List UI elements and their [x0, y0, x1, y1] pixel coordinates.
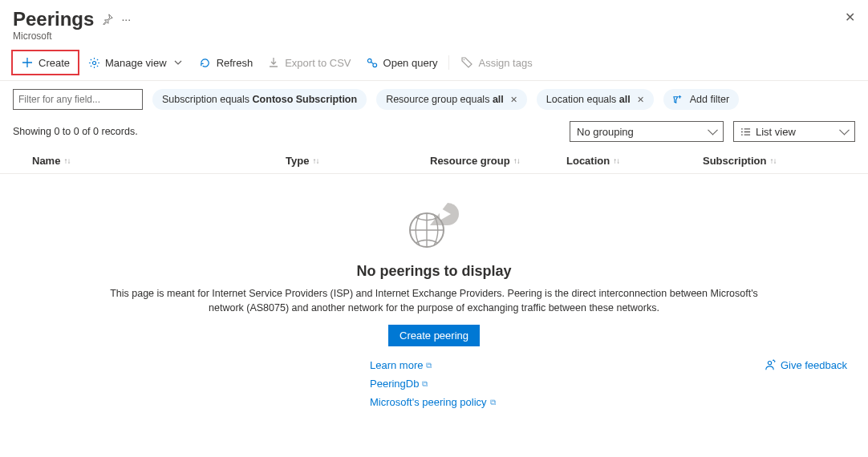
filter-pill-location[interactable]: Location equals all ✕	[537, 89, 654, 110]
learn-more-link[interactable]: Learn more⧉	[370, 359, 432, 371]
create-peering-button[interactable]: Create peering	[388, 325, 480, 346]
external-icon: ⧉	[426, 361, 432, 370]
col-location[interactable]: Location↑↓	[566, 155, 703, 167]
sort-icon: ↑↓	[312, 156, 318, 165]
filter-pill-rg[interactable]: Resource group equals all ✕	[376, 89, 527, 110]
external-icon: ⧉	[422, 379, 428, 389]
feedback-icon	[764, 359, 776, 371]
svg-point-0	[92, 61, 95, 64]
table-header: Name↑↓ Type↑↓ Resource group↑↓ Location↑…	[0, 148, 868, 174]
manage-view-button[interactable]: Manage view	[81, 53, 191, 72]
pill-rg-value: all	[493, 94, 504, 105]
assign-tags-button: Assign tags	[454, 53, 538, 72]
assign-tags-label: Assign tags	[478, 57, 532, 69]
chevron-down-icon	[172, 56, 185, 69]
summary-row: Showing 0 to 0 of 0 records. No grouping…	[0, 110, 868, 148]
col-type[interactable]: Type↑↓	[286, 155, 430, 167]
feedback-label: Give feedback	[781, 359, 847, 371]
close-button[interactable]: ✕	[845, 10, 855, 25]
view-value: List view	[756, 126, 796, 138]
view-select[interactable]: List view	[733, 121, 855, 142]
subtitle: Microsoft	[13, 30, 855, 42]
add-filter-button[interactable]: Add filter	[663, 89, 739, 110]
filter-pill-location-remove[interactable]: ✕	[637, 95, 644, 105]
command-bar: Create Manage view Refresh Export to CSV…	[0, 45, 868, 81]
blade-header: Peerings ··· Microsoft ✕	[0, 0, 868, 45]
pill-sub-value: Contoso Subscription	[253, 94, 358, 105]
svg-point-2	[373, 63, 377, 67]
svg-point-1	[367, 59, 371, 63]
create-button[interactable]: Create	[14, 53, 76, 72]
filters-row: Subscription equals Contoso Subscription…	[0, 81, 868, 110]
empty-description: This page is meant for Internet Service …	[105, 286, 763, 315]
col-rg[interactable]: Resource group↑↓	[430, 155, 566, 167]
open-query-button[interactable]: Open query	[359, 53, 444, 72]
query-icon	[366, 56, 379, 69]
peeringdb-link[interactable]: PeeringDb⧉	[370, 378, 428, 390]
give-feedback-link[interactable]: Give feedback	[764, 359, 847, 371]
add-filter-icon	[673, 95, 683, 105]
plus-icon	[21, 56, 34, 69]
grouping-select[interactable]: No grouping	[570, 121, 724, 142]
refresh-button[interactable]: Refresh	[193, 53, 260, 72]
open-query-label: Open query	[383, 57, 438, 69]
empty-illustration	[398, 188, 470, 253]
col-subscription[interactable]: Subscription↑↓	[703, 155, 855, 167]
toolbar-divider	[448, 55, 449, 70]
create-highlight: Create	[11, 50, 79, 75]
more-icon[interactable]: ···	[121, 13, 131, 26]
empty-title: No peerings to display	[0, 263, 868, 280]
list-icon	[740, 127, 751, 137]
gear-icon	[87, 56, 100, 69]
filter-pill-rg-remove[interactable]: ✕	[510, 95, 517, 105]
peering-policy-link[interactable]: Microsoft's peering policy⧉	[370, 396, 496, 408]
sort-icon: ↑↓	[613, 156, 619, 165]
refresh-label: Refresh	[217, 57, 254, 69]
sort-icon: ↑↓	[769, 156, 776, 165]
pill-rg-label: Resource group equals	[386, 94, 493, 105]
export-csv-button: Export to CSV	[261, 53, 357, 72]
text-filter-input[interactable]	[13, 89, 143, 110]
add-filter-label: Add filter	[690, 94, 729, 105]
manage-view-label: Manage view	[105, 57, 167, 69]
download-icon	[267, 56, 280, 69]
create-label: Create	[39, 57, 70, 69]
pin-icon[interactable]	[102, 14, 113, 25]
pill-loc-label: Location equals	[546, 94, 619, 105]
help-links: Learn more⧉ PeeringDb⧉ Microsoft's peeri…	[185, 359, 683, 408]
empty-state: No peerings to display This page is mean…	[0, 174, 868, 408]
filter-pill-subscription[interactable]: Subscription equals Contoso Subscription	[152, 89, 367, 110]
external-icon: ⧉	[490, 398, 496, 407]
sort-icon: ↑↓	[513, 156, 520, 165]
grouping-value: No grouping	[577, 126, 634, 138]
col-name[interactable]: Name↑↓	[13, 155, 286, 167]
tag-icon	[460, 56, 473, 69]
refresh-icon	[199, 56, 212, 69]
page-title: Peerings	[13, 8, 94, 30]
pill-sub-label: Subscription equals	[162, 94, 253, 105]
export-csv-label: Export to CSV	[285, 57, 351, 69]
svg-point-5	[768, 362, 771, 365]
svg-point-3	[464, 59, 465, 61]
sort-icon: ↑↓	[63, 156, 70, 165]
record-count: Showing 0 to 0 of 0 records.	[13, 126, 138, 137]
pill-loc-value: all	[619, 94, 631, 105]
